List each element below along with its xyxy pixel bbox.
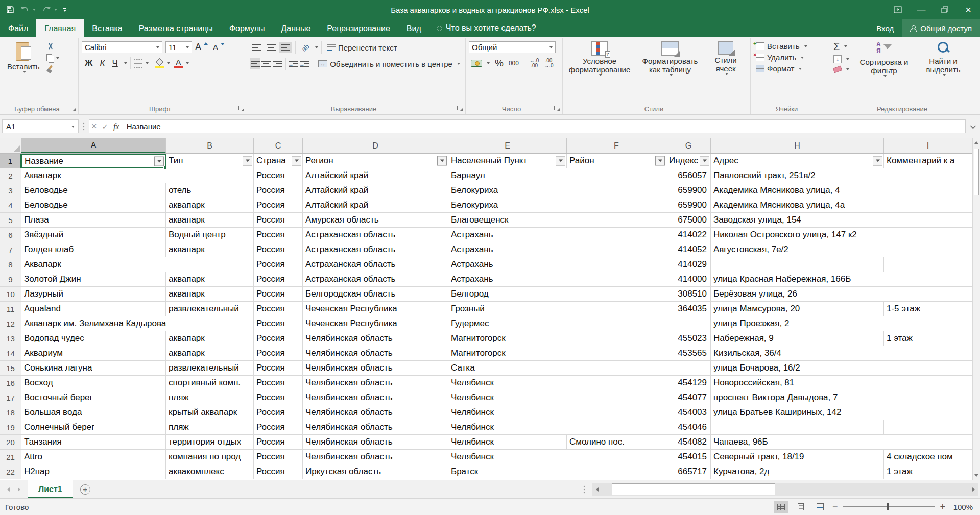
cell[interactable] bbox=[884, 257, 972, 272]
align-center-button[interactable] bbox=[261, 58, 272, 69]
cell[interactable]: Водопад чудес bbox=[21, 331, 166, 346]
cell[interactable]: 364035 bbox=[666, 302, 711, 316]
normal-view-button[interactable] bbox=[774, 501, 788, 513]
cancel-entry-icon[interactable]: × bbox=[91, 121, 97, 132]
zoom-slider-thumb[interactable] bbox=[887, 503, 889, 510]
autosum-button[interactable]: Σ bbox=[831, 41, 851, 52]
cell[interactable]: Челябинская область bbox=[303, 361, 448, 376]
customize-qat-icon[interactable] bbox=[63, 8, 66, 12]
cell[interactable]: Академика Мясникова улица, 4 bbox=[711, 183, 884, 198]
expand-formula-bar-icon[interactable] bbox=[966, 125, 979, 129]
save-icon[interactable] bbox=[6, 6, 14, 14]
grow-font-button[interactable]: А bbox=[193, 41, 210, 53]
row-number[interactable]: 7 bbox=[0, 242, 21, 257]
row-number[interactable]: 12 bbox=[0, 316, 21, 331]
fill-handle[interactable] bbox=[163, 166, 167, 169]
cell[interactable]: компания по прод bbox=[166, 450, 254, 464]
cell[interactable]: Восточный берег bbox=[21, 390, 166, 405]
cell[interactable]: отель bbox=[166, 183, 254, 198]
row-number[interactable]: 9 bbox=[0, 272, 21, 287]
insert-cells-button[interactable]: +Вставить bbox=[754, 41, 809, 51]
cell[interactable]: 414029 bbox=[666, 257, 711, 272]
font-color-button[interactable]: А bbox=[174, 59, 183, 68]
align-left-button[interactable] bbox=[250, 58, 260, 69]
sheet-tab-list1[interactable]: Лист1 bbox=[28, 480, 73, 498]
cell[interactable]: Голден клаб bbox=[21, 242, 166, 257]
zoom-level[interactable]: 100% bbox=[950, 503, 973, 511]
column-header-G[interactable]: G bbox=[666, 138, 711, 153]
cell[interactable]: Населенный Пункт bbox=[448, 154, 567, 168]
cell[interactable]: Россия bbox=[254, 302, 303, 316]
align-top-button[interactable] bbox=[250, 42, 264, 53]
close-button[interactable]: × bbox=[957, 0, 980, 19]
vertical-scroll-thumb[interactable] bbox=[974, 149, 979, 195]
row-number[interactable]: 20 bbox=[0, 435, 21, 450]
cell[interactable]: Район bbox=[567, 154, 666, 168]
cell[interactable]: Астраханская область bbox=[303, 228, 448, 242]
alignment-dialog-launcher-icon[interactable] bbox=[457, 106, 463, 112]
cell[interactable]: Челябинская область bbox=[303, 331, 448, 346]
cut-icon[interactable] bbox=[46, 43, 55, 51]
cell[interactable]: Россия bbox=[254, 376, 303, 390]
tell-me-box[interactable]: Что вы хотите сделать? bbox=[429, 19, 543, 37]
filter-button[interactable] bbox=[243, 156, 252, 166]
row-number[interactable]: 15 bbox=[0, 361, 21, 376]
copy-icon[interactable] bbox=[46, 54, 54, 62]
align-middle-button[interactable] bbox=[265, 42, 278, 53]
row-number[interactable]: 21 bbox=[0, 450, 21, 464]
cell[interactable]: Алтайский край bbox=[303, 198, 448, 213]
tab-data[interactable]: Данные bbox=[273, 19, 319, 37]
row-number[interactable]: 16 bbox=[0, 376, 21, 390]
row-number[interactable]: 3 bbox=[0, 183, 21, 198]
cell[interactable] bbox=[711, 257, 884, 272]
cell[interactable] bbox=[884, 420, 972, 435]
select-all-corner[interactable] bbox=[0, 138, 21, 153]
restore-button[interactable] bbox=[933, 0, 957, 19]
filter-button[interactable] bbox=[292, 156, 301, 166]
cell[interactable]: развлекательный bbox=[166, 302, 254, 316]
scroll-up-icon[interactable] bbox=[973, 138, 980, 147]
cell[interactable]: Россия bbox=[254, 287, 303, 302]
cell[interactable]: Павловский тракт, 251в/2 bbox=[711, 168, 884, 183]
cell[interactable]: Астрахань bbox=[448, 257, 567, 272]
tab-formulas[interactable]: Формулы bbox=[221, 19, 273, 37]
vertical-scrollbar[interactable] bbox=[972, 138, 980, 480]
cell[interactable]: Николая Островского улица, 147 к2 bbox=[711, 228, 884, 242]
tab-view[interactable]: Вид bbox=[398, 19, 429, 37]
cell[interactable]: аквапарк bbox=[166, 331, 254, 346]
merge-center-button[interactable]: ↔Объединить и поместить в центре bbox=[316, 59, 462, 69]
row-number[interactable]: 2 bbox=[0, 168, 21, 183]
cell[interactable]: Беловодье bbox=[21, 183, 166, 198]
format-painter-icon[interactable] bbox=[46, 65, 54, 73]
row-number[interactable]: 17 bbox=[0, 390, 21, 405]
cell[interactable]: Большая вода bbox=[21, 405, 166, 420]
cell[interactable]: Россия bbox=[254, 228, 303, 242]
ribbon-display-options-icon[interactable] bbox=[886, 0, 910, 19]
cell[interactable]: Магнитогорск bbox=[448, 346, 567, 361]
conditional-formatting-button[interactable]: ≠ Условное форматирование bbox=[566, 40, 633, 93]
active-cell[interactable]: Название bbox=[21, 154, 166, 168]
cell[interactable]: Россия bbox=[254, 450, 303, 464]
cell[interactable]: 1 этаж bbox=[884, 464, 972, 479]
cell[interactable]: Челябинск bbox=[448, 450, 567, 464]
cell[interactable]: Братск bbox=[448, 464, 567, 479]
cell[interactable]: улица Бочарова, 16/2 bbox=[711, 361, 884, 376]
cell[interactable]: Танзания bbox=[21, 435, 166, 450]
cell[interactable]: улица Братьев Кашириных, 142 bbox=[711, 405, 884, 420]
cell[interactable]: аквакомплекс bbox=[166, 464, 254, 479]
cell[interactable]: Лазурный bbox=[21, 287, 166, 302]
row-number[interactable]: 1 bbox=[0, 154, 21, 168]
tab-insert[interactable]: Вставка bbox=[84, 19, 130, 37]
cell[interactable]: Сатка bbox=[448, 361, 567, 376]
row-number[interactable]: 14 bbox=[0, 346, 21, 361]
cell[interactable]: Солнечный берег bbox=[21, 420, 166, 435]
column-header-F[interactable]: F bbox=[567, 138, 666, 153]
cell[interactable]: 453565 bbox=[666, 346, 711, 361]
cell[interactable]: Россия bbox=[254, 390, 303, 405]
cell[interactable]: Россия bbox=[254, 331, 303, 346]
font-size-combo[interactable]: 11 bbox=[165, 41, 192, 53]
cell[interactable]: Россия bbox=[254, 435, 303, 450]
cell[interactable]: Россия bbox=[254, 361, 303, 376]
cell[interactable]: улица Проезжая, 2 bbox=[711, 316, 884, 331]
accounting-format-button[interactable] bbox=[469, 59, 492, 67]
